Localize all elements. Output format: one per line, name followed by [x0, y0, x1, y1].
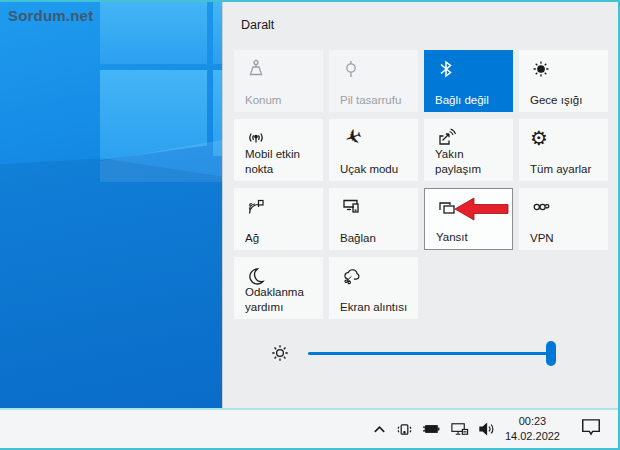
- tile-nearby-sharing[interactable]: Yakın paylaşım: [424, 119, 513, 181]
- tile-label: Bağlı değil: [435, 93, 510, 107]
- tile-network[interactable]: Ağ: [234, 188, 323, 250]
- tile-label: Ekran alıntısı: [340, 300, 415, 314]
- brightness-row: [223, 332, 618, 376]
- desktop-wallpaper: Sordum.net: [0, 2, 222, 408]
- tile-label: Pil tasarrufu: [340, 93, 415, 107]
- tile-label: Mobil etkin nokta: [245, 147, 320, 176]
- connect-icon: [340, 196, 362, 218]
- network-wifi-icon: [245, 196, 267, 218]
- tile-label: Konum: [245, 93, 320, 107]
- bluetooth-icon: [435, 58, 457, 80]
- tile-label: Yansıt: [436, 230, 509, 244]
- quick-actions-grid: Konum Pil tasarrufu Bağlı değil: [234, 50, 608, 319]
- taskbar-clock[interactable]: 00:23 14.02.2022: [505, 414, 560, 444]
- hotspot-icon: [245, 127, 267, 149]
- tile-label: Uçak modu: [340, 162, 415, 176]
- tile-bluetooth[interactable]: Bağlı değil: [424, 50, 513, 112]
- tile-night-light[interactable]: Gece ışığı: [519, 50, 608, 112]
- taskbar: 00:23 14.02.2022: [0, 408, 618, 448]
- location-icon: [245, 58, 267, 80]
- tile-focus-assist[interactable]: Odaklanma yardımı: [234, 257, 323, 319]
- tile-location[interactable]: Konum: [234, 50, 323, 112]
- collapse-link[interactable]: Daralt: [241, 18, 274, 32]
- tile-label: Odaklanma yardımı: [245, 285, 320, 314]
- screenshot-root: Sordum.net Daralt Konum Pil tasarrufu: [0, 0, 620, 450]
- tile-battery-saver[interactable]: Pil tasarrufu: [329, 50, 418, 112]
- action-center-panel: Daralt Konum Pil tasarrufu: [222, 2, 618, 408]
- night-light-icon: [530, 58, 552, 80]
- system-tray: [372, 421, 497, 438]
- wallpaper-window-pane: [100, 2, 207, 64]
- nearby-share-icon: [435, 127, 457, 149]
- tile-all-settings[interactable]: ⚙ Tüm ayarlar: [519, 119, 608, 181]
- volume-icon[interactable]: [478, 421, 497, 437]
- vpn-icon: [530, 196, 552, 218]
- tile-label: VPN: [530, 231, 605, 245]
- tile-label: Ağ: [245, 231, 320, 245]
- tile-mobile-hotspot[interactable]: Mobil etkin nokta: [234, 119, 323, 181]
- tile-label: Tüm ayarlar: [530, 162, 605, 176]
- focus-assist-moon-icon: [245, 265, 267, 287]
- annotation-arrow-icon: [454, 196, 510, 222]
- hidden-icons-chevron[interactable]: [372, 422, 387, 437]
- tile-vpn[interactable]: VPN: [519, 188, 608, 250]
- tile-screen-snip[interactable]: Ekran alıntısı: [329, 257, 418, 319]
- tile-connect[interactable]: Bağlan: [329, 188, 418, 250]
- wallpaper-window-pane: [213, 2, 222, 64]
- battery-charging-icon[interactable]: [422, 422, 441, 436]
- screen-snip-icon: [340, 265, 362, 287]
- tile-label: Yakın paylaşım: [435, 147, 510, 176]
- settings-gear-icon: ⚙: [530, 127, 552, 149]
- brightness-sun-icon: [269, 342, 291, 364]
- action-center-icon[interactable]: [580, 417, 602, 441]
- tile-label: Gece ışığı: [530, 93, 605, 107]
- ethernet-icon[interactable]: [450, 421, 469, 437]
- clock-time: 00:23: [505, 414, 560, 429]
- clock-date: 14.02.2022: [505, 429, 560, 444]
- airplane-icon: ✈: [340, 127, 362, 149]
- brightness-slider-track[interactable]: [308, 352, 556, 355]
- watermark: Sordum.net: [8, 7, 93, 24]
- display-sync-icon[interactable]: [396, 421, 413, 438]
- battery-saver-icon: [340, 58, 362, 80]
- tile-label: Bağlan: [340, 231, 415, 245]
- brightness-slider-thumb[interactable]: [546, 341, 556, 366]
- tile-airplane-mode[interactable]: ✈ Uçak modu: [329, 119, 418, 181]
